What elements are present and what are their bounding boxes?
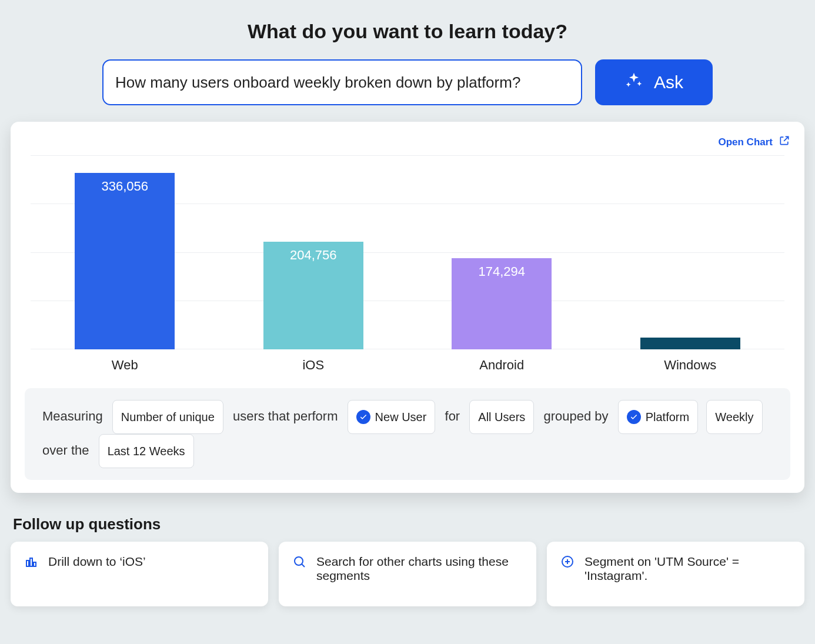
- bar-value-label: 204,756: [290, 248, 337, 263]
- x-axis-label: Windows: [596, 358, 785, 373]
- followup-list: Drill down to ‘iOS’Search for other char…: [11, 542, 804, 606]
- bar-slot: [596, 155, 785, 349]
- bar-chart-icon: [24, 555, 39, 593]
- query-description: Measuring Number of unique users that pe…: [25, 388, 790, 480]
- formula-text: users that perform: [233, 409, 338, 423]
- external-link-icon: [779, 135, 790, 149]
- followup-card[interactable]: Segment on 'UTM Source' = 'Instagram'.: [547, 542, 804, 606]
- x-axis: WebiOSAndroidWindows: [31, 358, 784, 373]
- formula-text: grouped by: [543, 409, 608, 423]
- bar-android[interactable]: 174,294: [452, 258, 552, 349]
- svg-rect-2: [34, 562, 36, 566]
- followup-text: Segment on 'UTM Source' = 'Instagram'.: [584, 555, 791, 593]
- bar-windows[interactable]: [640, 338, 740, 349]
- search-icon: [292, 555, 307, 593]
- formula-text: over the: [42, 443, 89, 458]
- chip-group-by[interactable]: Platform: [618, 400, 698, 434]
- ask-label: Ask: [654, 72, 683, 92]
- question-input[interactable]: [102, 59, 582, 105]
- open-chart-label: Open Chart: [718, 136, 773, 148]
- bar-ios[interactable]: 204,756: [263, 242, 363, 349]
- bar-slot: 174,294: [408, 155, 596, 349]
- bar-slot: 204,756: [219, 155, 408, 349]
- x-axis-label: iOS: [219, 358, 408, 373]
- plus-circle-icon: [560, 555, 575, 593]
- sparkle-icon: [624, 71, 643, 94]
- bar-web[interactable]: 336,056: [75, 173, 175, 349]
- followup-text: Search for other charts using these segm…: [316, 555, 523, 593]
- followup-card[interactable]: Drill down to ‘iOS’: [11, 542, 268, 606]
- page-heading: What do you want to learn today?: [11, 20, 804, 43]
- bar-chart: 336,056204,756174,294: [31, 155, 784, 349]
- property-badge-icon: [627, 410, 641, 424]
- ask-button[interactable]: Ask: [595, 59, 713, 105]
- followup-text: Drill down to ‘iOS’: [48, 555, 146, 593]
- result-card: Open Chart 336,056204,756174,294 WebiOSA…: [11, 122, 804, 493]
- svg-rect-1: [30, 558, 32, 566]
- x-axis-label: Web: [31, 358, 219, 373]
- open-chart-link[interactable]: Open Chart: [718, 135, 790, 149]
- search-row: Ask: [11, 59, 804, 105]
- svg-point-3: [295, 557, 303, 565]
- bar-value-label: 336,056: [101, 179, 148, 194]
- bar-slot: 336,056: [31, 155, 219, 349]
- event-badge-icon: [356, 410, 370, 424]
- chip-event[interactable]: New User: [348, 400, 436, 434]
- followup-card[interactable]: Search for other charts using these segm…: [279, 542, 536, 606]
- chip-cohort[interactable]: All Users: [469, 400, 534, 434]
- followup-heading: Follow up questions: [13, 515, 804, 533]
- chip-date-range[interactable]: Last 12 Weeks: [99, 434, 194, 468]
- formula-text: for: [445, 409, 460, 423]
- x-axis-label: Android: [408, 358, 596, 373]
- svg-rect-0: [26, 560, 29, 566]
- formula-text: Measuring: [42, 409, 103, 423]
- chip-measure[interactable]: Number of unique: [112, 400, 223, 434]
- bar-value-label: 174,294: [478, 264, 525, 279]
- chip-interval[interactable]: Weekly: [706, 400, 762, 434]
